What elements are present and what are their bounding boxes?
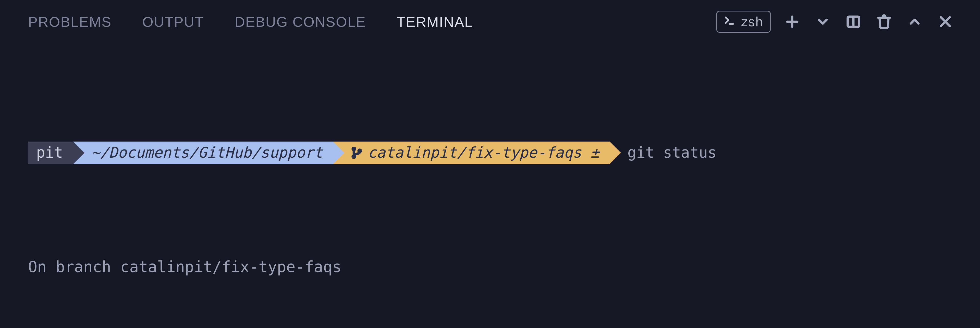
split-terminal-button[interactable]: [844, 13, 862, 31]
tab-debug-console[interactable]: DEBUG CONSOLE: [234, 14, 366, 30]
output-line: Changes not staged for commit:: [28, 324, 955, 328]
kill-terminal-button[interactable]: [875, 13, 893, 31]
trash-icon: [877, 14, 892, 29]
tab-problems[interactable]: PROBLEMS: [28, 14, 111, 30]
prompt-branch-segment: catalinpit/fix-type-faqs ±: [333, 141, 610, 164]
panel-tab-strip: PROBLEMS OUTPUT DEBUG CONSOLE TERMINAL z…: [0, 0, 980, 43]
split-panel-icon: [846, 14, 861, 29]
close-icon: [938, 14, 953, 29]
terminal-dropdown-button[interactable]: [814, 13, 832, 31]
svg-point-7: [353, 148, 355, 150]
tab-output[interactable]: OUTPUT: [142, 14, 204, 30]
prompt-line: pit ~/Documents/GitHub/support catalinpi…: [28, 141, 955, 164]
prompt-user-segment: pit: [28, 141, 73, 164]
terminal-viewport[interactable]: pit ~/Documents/GitHub/support catalinpi…: [0, 43, 980, 328]
chevron-up-icon: [907, 14, 922, 29]
close-panel-button[interactable]: [936, 13, 955, 31]
new-terminal-button[interactable]: [783, 13, 801, 31]
svg-point-8: [353, 155, 355, 158]
shell-selector[interactable]: zsh: [716, 11, 771, 33]
prompt-user-text: pit: [36, 142, 63, 164]
prompt-path-text: ~/Documents/GitHub/support: [91, 142, 323, 164]
panel-actions: zsh: [716, 11, 955, 33]
svg-point-9: [359, 150, 361, 152]
terminal-glyph-icon: [724, 14, 735, 29]
git-branch-icon: [351, 147, 363, 158]
prompt-branch-text: catalinpit/fix-type-faqs ±: [368, 142, 600, 164]
output-line: On branch catalinpit/fix-type-faqs: [28, 255, 955, 278]
tab-terminal[interactable]: TERMINAL: [396, 14, 473, 30]
maximize-panel-button[interactable]: [905, 13, 924, 31]
shell-name: zsh: [741, 14, 763, 29]
plus-icon: [784, 14, 800, 29]
prompt-path-segment: ~/Documents/GitHub/support: [73, 141, 333, 164]
chevron-down-icon: [815, 14, 830, 29]
command-text: git status: [610, 141, 725, 164]
